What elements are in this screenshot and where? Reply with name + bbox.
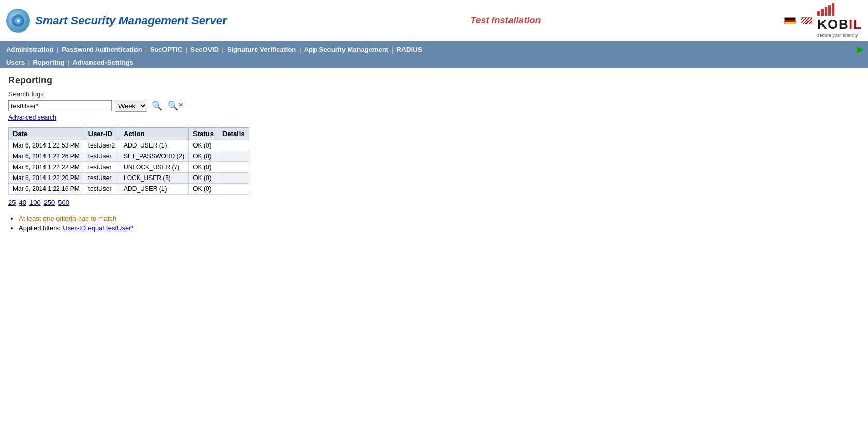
- nav-secondary: Users | Reporting | Advanced-Settings: [0, 57, 868, 68]
- filter-applied: Applied filters: User-ID equal testUser*: [19, 224, 860, 232]
- table-row: Mar 6, 2014 1:22:20 PMtestUserLOCK_USER …: [9, 173, 249, 184]
- header-right: KOBIL secure your identity: [784, 3, 862, 38]
- bar2: [821, 9, 824, 16]
- cell-date: Mar 6, 2014 1:22:26 PM: [9, 151, 84, 162]
- filter-list: At least one criteria has to match Appli…: [19, 215, 860, 232]
- cell-user_id: testUser: [84, 173, 119, 184]
- svg-point-2: [17, 19, 20, 22]
- cell-user_id: testUser: [84, 162, 119, 173]
- cell-status: OK (0): [189, 140, 218, 151]
- cell-details: [218, 173, 249, 184]
- cell-date: Mar 6, 2014 1:22:22 PM: [9, 162, 84, 173]
- kobil-bars: [817, 3, 862, 16]
- warning-text: At least one criteria has to match: [19, 215, 116, 223]
- table-row: Mar 6, 2014 1:22:16 PMtestUserADD_USER (…: [9, 184, 249, 195]
- header: Smart Security Management Server Test In…: [0, 0, 868, 41]
- table-row: Mar 6, 2014 1:22:53 PMtestUser2ADD_USER …: [9, 140, 249, 151]
- log-table: Date User-ID Action Status Details Mar 6…: [8, 127, 249, 195]
- nav-reporting[interactable]: Reporting: [31, 58, 67, 67]
- nav-sep-s2: |: [68, 58, 69, 66]
- nav-secoptic[interactable]: SecOPTIC: [148, 45, 185, 54]
- col-action: Action: [119, 128, 189, 140]
- nav-users[interactable]: Users: [4, 58, 27, 67]
- kobil-subtitle: secure your identity: [817, 33, 862, 38]
- page-link-100[interactable]: 100: [29, 199, 41, 207]
- advanced-search-link[interactable]: Advanced search: [8, 114, 860, 121]
- kobil-text: KOBIL: [817, 17, 862, 33]
- col-details: Details: [218, 128, 249, 140]
- col-userid: User-ID: [84, 128, 119, 140]
- table-row: Mar 6, 2014 1:22:26 PMtestUserSET_PASSWO…: [9, 151, 249, 162]
- nav-sep-s1: |: [28, 58, 29, 66]
- search-button[interactable]: 🔍: [151, 100, 163, 111]
- cell-date: Mar 6, 2014 1:22:16 PM: [9, 184, 84, 195]
- table-body: Mar 6, 2014 1:22:53 PMtestUser2ADD_USER …: [9, 140, 249, 195]
- cell-user_id: testUser: [84, 184, 119, 195]
- nav-primary: Administration | Password Authentication…: [0, 41, 868, 57]
- search-input[interactable]: [8, 100, 112, 111]
- cell-action: LOCK_USER (5): [119, 173, 189, 184]
- bar5: [832, 3, 834, 16]
- nav-sig-verify[interactable]: Signature Verification: [225, 45, 298, 54]
- cell-action: ADD_USER (1): [119, 140, 189, 151]
- clear-search-button[interactable]: 🔍✕: [167, 100, 184, 111]
- kobil-logo: KOBIL secure your identity: [817, 3, 862, 38]
- filter-warning: At least one criteria has to match: [19, 215, 860, 223]
- page-link-40[interactable]: 40: [19, 199, 26, 207]
- cell-user_id: testUser2: [84, 140, 119, 151]
- nav-secovid[interactable]: SecOVID: [188, 45, 221, 54]
- cell-details: [218, 162, 249, 173]
- flag-english[interactable]: [801, 17, 812, 24]
- cell-date: Mar 6, 2014 1:22:20 PM: [9, 173, 84, 184]
- content: Reporting Search logs Week Day Month Yea…: [0, 68, 868, 241]
- nav-sep-1: |: [57, 46, 58, 53]
- cell-details: [218, 151, 249, 162]
- page-title: Reporting: [8, 75, 860, 86]
- app-logo: [6, 9, 30, 33]
- nav-password-auth[interactable]: Password Authentication: [59, 45, 144, 54]
- search-row: Week Day Month Year All 🔍 🔍✕: [8, 100, 860, 112]
- cell-details: [218, 140, 249, 151]
- page-link-500[interactable]: 500: [58, 199, 69, 207]
- col-date: Date: [9, 128, 84, 140]
- pagination: 2540100250500: [8, 199, 860, 207]
- cell-status: OK (0): [189, 162, 218, 173]
- nav-radius[interactable]: RADIUS: [394, 45, 424, 54]
- cell-date: Mar 6, 2014 1:22:53 PM: [9, 140, 84, 151]
- period-select[interactable]: Week Day Month Year All: [115, 100, 147, 112]
- nav-sep-5: |: [299, 46, 301, 53]
- green-arrow-icon: ▶: [857, 43, 864, 55]
- flag-german[interactable]: [784, 17, 796, 24]
- nav-advanced-settings[interactable]: Advanced-Settings: [70, 58, 136, 67]
- cell-details: [218, 184, 249, 195]
- page-link-250[interactable]: 250: [44, 199, 55, 207]
- nav-sep-2: |: [145, 46, 147, 53]
- cell-status: OK (0): [189, 184, 218, 195]
- table-header: Date User-ID Action Status Details: [9, 128, 249, 140]
- bar1: [817, 11, 820, 16]
- nav-app-security[interactable]: App Security Management: [302, 45, 391, 54]
- cell-action: SET_PASSWORD (2): [119, 151, 189, 162]
- nav-sep-3: |: [186, 46, 187, 53]
- cell-status: OK (0): [189, 173, 218, 184]
- app-title: Smart Security Management Server: [35, 14, 227, 27]
- bar3: [825, 7, 827, 16]
- table-row: Mar 6, 2014 1:22:22 PMtestUserUNLOCK_USE…: [9, 162, 249, 173]
- cell-user_id: testUser: [84, 151, 119, 162]
- installation-name: Test Installation: [227, 15, 785, 26]
- cell-action: ADD_USER (1): [119, 184, 189, 195]
- bar4: [828, 5, 831, 16]
- filter-info: At least one criteria has to match Appli…: [8, 215, 860, 232]
- cell-status: OK (0): [189, 151, 218, 162]
- filter-value[interactable]: User-ID equal testUser*: [63, 224, 133, 232]
- col-status: Status: [189, 128, 218, 140]
- page-link-25[interactable]: 25: [8, 199, 16, 207]
- search-label: Search logs: [8, 90, 860, 98]
- cell-action: UNLOCK_USER (7): [119, 162, 189, 173]
- filter-label: Applied filters:: [19, 224, 63, 232]
- header-left: Smart Security Management Server: [6, 9, 227, 33]
- nav-sep-6: |: [392, 46, 393, 53]
- table-header-row: Date User-ID Action Status Details: [9, 128, 249, 140]
- nav-administration[interactable]: Administration: [4, 45, 56, 54]
- nav-sep-4: |: [222, 46, 223, 53]
